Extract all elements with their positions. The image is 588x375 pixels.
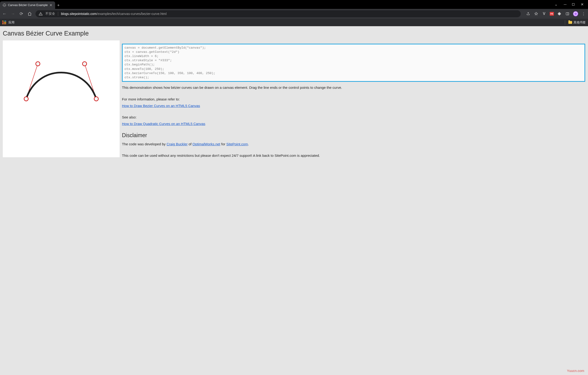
link-sitepoint[interactable]: SitePoint.com bbox=[226, 142, 248, 146]
address-bar[interactable]: 不安全 blogs.sitepointstatic.com/examples/t… bbox=[35, 10, 521, 17]
back-button[interactable]: ← bbox=[2, 11, 7, 16]
svg-rect-2 bbox=[566, 13, 569, 15]
home-button[interactable] bbox=[27, 11, 32, 16]
apps-label[interactable]: 应用 bbox=[8, 20, 14, 24]
url-path: /examples/tech/canvas-curves/bezier-curv… bbox=[97, 12, 167, 16]
kebab-menu-icon[interactable]: ⋮ bbox=[581, 11, 586, 16]
browser-window: Canvas Bézier Curve Example ✕ ＋ ⌄ ✕ ← → … bbox=[0, 0, 588, 375]
reload-button[interactable]: ⟳ bbox=[19, 11, 24, 16]
fe-extension-icon[interactable]: FE bbox=[550, 12, 554, 16]
link-quadratic-article[interactable]: How to Draw Quadratic Curves on an HTML5… bbox=[122, 122, 205, 126]
link-bezier-article[interactable]: How to Draw Bezier Curves on an HTML5 Ca… bbox=[122, 104, 200, 108]
tab-list-icon[interactable]: ⌄ bbox=[554, 2, 558, 7]
tab-title: Canvas Bézier Curve Example bbox=[8, 3, 48, 7]
url-host: blogs.sitepointstatic.com bbox=[61, 12, 97, 16]
browser-tab[interactable]: Canvas Bézier Curve Example ✕ bbox=[0, 1, 55, 9]
disclaimer-heading: Disclaimer bbox=[122, 131, 585, 139]
endpoint-1[interactable] bbox=[94, 97, 98, 101]
bookmarks-bar: 应用 其他书签 bbox=[0, 19, 588, 26]
bezier-canvas[interactable] bbox=[3, 40, 120, 157]
dev-period: . bbox=[248, 142, 249, 146]
profile-avatar[interactable] bbox=[573, 11, 578, 16]
dev-for: for bbox=[220, 142, 226, 146]
separator bbox=[565, 20, 565, 25]
control-point-0[interactable] bbox=[36, 62, 40, 66]
link-author[interactable]: Craig Buckler bbox=[167, 142, 188, 146]
url: blogs.sitepointstatic.com/examples/tech/… bbox=[61, 12, 167, 16]
bezier-curve-path bbox=[26, 73, 96, 99]
usage-paragraph: This code can be used without any restri… bbox=[122, 153, 585, 158]
intro-paragraph: This demonstration shows how bézier curv… bbox=[122, 85, 585, 90]
globe-icon bbox=[3, 3, 6, 7]
control-point-1[interactable] bbox=[83, 62, 87, 66]
more-info-label: For more information, please refer to: bbox=[122, 97, 585, 102]
endpoint-0[interactable] bbox=[24, 97, 28, 101]
dev-credit: The code was developed by Craig Buckler … bbox=[122, 142, 585, 147]
toolbar: ← → ⟳ 不安全 blogs.sitepointstatic.com/exam… bbox=[0, 9, 588, 19]
security-label: 不安全 bbox=[45, 12, 55, 16]
star-icon[interactable] bbox=[534, 11, 538, 16]
window-close-icon[interactable]: ✕ bbox=[580, 2, 584, 7]
insecure-icon bbox=[39, 12, 42, 15]
titlebar: Canvas Bézier Curve Example ✕ ＋ ⌄ ✕ bbox=[0, 0, 588, 9]
dev-prefix: The code was developed by bbox=[122, 142, 167, 146]
window-minimize-icon[interactable] bbox=[564, 4, 567, 5]
other-bookmarks-label: 其他书签 bbox=[574, 20, 586, 24]
close-tab-icon[interactable]: ✕ bbox=[50, 3, 52, 7]
separator bbox=[58, 12, 58, 16]
page-viewport[interactable]: Canvas Bézier Curve Example canvas = doc… bbox=[0, 26, 588, 375]
code-output: canvas = document.getElementById("canvas… bbox=[122, 44, 585, 82]
link-author-org[interactable]: OptimalWorks.net bbox=[192, 142, 220, 146]
see-also-label: See also: bbox=[122, 115, 585, 120]
folder-icon bbox=[568, 21, 572, 24]
window-maximize-icon[interactable] bbox=[572, 3, 575, 6]
page-title: Canvas Bézier Curve Example bbox=[3, 30, 585, 37]
toolbar-right: V FE ⋮ bbox=[526, 11, 586, 16]
forward-button[interactable]: → bbox=[10, 11, 15, 16]
extensions-icon[interactable] bbox=[557, 11, 562, 16]
sidepanel-icon[interactable] bbox=[565, 11, 570, 16]
v-icon[interactable]: V bbox=[542, 11, 546, 16]
other-bookmarks[interactable]: 其他书签 bbox=[563, 20, 586, 25]
dev-of: of bbox=[188, 142, 192, 146]
share-icon[interactable] bbox=[526, 11, 531, 16]
apps-icon[interactable] bbox=[2, 21, 6, 24]
window-controls: ⌄ ✕ bbox=[550, 0, 588, 9]
watermark: Yuucn.com bbox=[567, 369, 584, 373]
new-tab-button[interactable]: ＋ bbox=[55, 1, 62, 9]
